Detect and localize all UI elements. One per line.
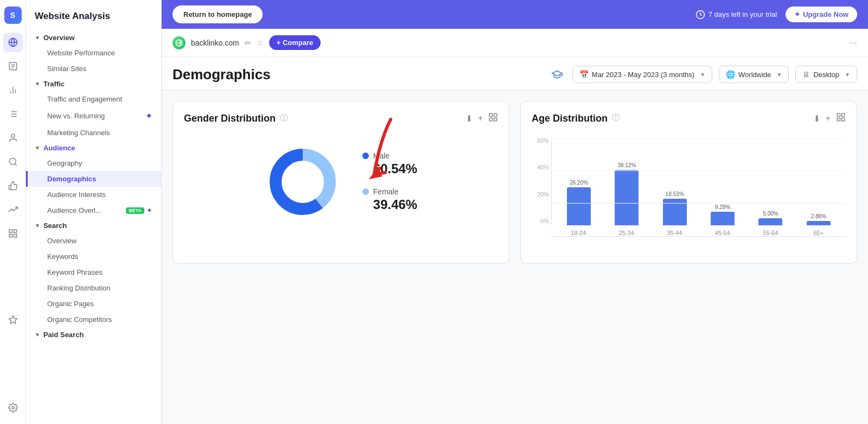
age-download-icon[interactable]: ⬇ xyxy=(813,113,820,124)
rail-icon-trend[interactable] xyxy=(3,200,23,219)
nav-item-traffic-engagement[interactable]: Traffic and Engagement xyxy=(26,91,161,107)
return-button[interactable]: Return to homepage xyxy=(173,5,263,23)
region-selector[interactable]: 🌐 Worldwide ▼ xyxy=(719,66,789,83)
nav-item-organic-pages[interactable]: Organic Pages xyxy=(26,296,161,312)
age-add-icon[interactable]: + xyxy=(826,113,831,123)
donut-svg xyxy=(265,144,341,220)
nav-section-overview[interactable]: ▼ Overview xyxy=(26,30,161,45)
chevron-audience: ▼ xyxy=(35,145,40,151)
age-bar-group: 26.20% xyxy=(556,138,602,225)
age-bars-wrapper: 26.20%38.12%18.53%9.29%5.00%2.86% 18-242… xyxy=(551,138,846,236)
age-bar xyxy=(758,218,782,225)
app-logo: S xyxy=(4,7,22,24)
gender-distribution-card: Gender Distribution ⓘ ⬇ + xyxy=(173,101,509,264)
age-chart: 60% 40% 20% 0% 26.20%38.12% xyxy=(532,133,846,252)
content-area: backlinko.com ✏ ☆ + Compare ··· Demograp… xyxy=(162,29,868,424)
compare-button[interactable]: + Compare xyxy=(269,35,321,50)
male-dot xyxy=(362,153,369,159)
trial-text: 7 days left in your trial xyxy=(695,10,777,20)
desktop-icon: 🖥 xyxy=(802,70,810,79)
gender-download-icon[interactable]: ⬇ xyxy=(465,113,473,124)
date-range-selector[interactable]: 📅 Mar 2023 - May 2023 (3 months) ▼ xyxy=(572,66,712,83)
nav-item-keyword-phrases[interactable]: Keyword Phrases xyxy=(26,264,161,280)
domain-favicon xyxy=(173,36,186,49)
upgrade-button[interactable]: ✦ Upgrade Now xyxy=(786,7,857,22)
age-card-header: Age Distribution ⓘ ⬇ + xyxy=(532,112,846,124)
rail-icon-thumbs[interactable] xyxy=(3,176,23,195)
nav-item-audience-interests[interactable]: Audience Interests xyxy=(26,187,161,202)
nav-item-demographics[interactable]: Demographics xyxy=(26,171,161,187)
gender-info-icon[interactable]: ⓘ xyxy=(280,113,288,123)
gender-legend-female: Female 39.46% xyxy=(362,187,417,212)
male-label: Male xyxy=(362,151,417,160)
rail-icon-sparkle[interactable] xyxy=(3,310,23,330)
rail-icon-grid[interactable] xyxy=(3,224,23,243)
age-bar-group: 9.29% xyxy=(700,138,745,225)
svg-marker-22 xyxy=(9,315,17,323)
nav-item-ranking-distribution[interactable]: Ranking Distribution xyxy=(26,280,161,296)
nav-section-search[interactable]: ▼ Search xyxy=(26,218,161,233)
svg-line-17 xyxy=(15,163,16,165)
graduation-cap-icon[interactable] xyxy=(548,66,566,83)
nav-item-audience-overlap[interactable]: Audience Overl... BETA ✦ xyxy=(26,202,161,218)
nav-section-audience[interactable]: ▼ Audience xyxy=(26,141,161,155)
svg-point-23 xyxy=(11,407,14,409)
gender-content: Male 60.54% Female 39.46% xyxy=(184,133,498,231)
calendar-icon: 📅 xyxy=(579,70,589,79)
rail-icon-globe[interactable] xyxy=(3,33,23,52)
rail-icon-chart[interactable] xyxy=(3,80,23,100)
new-badge-overlap: ✦ xyxy=(146,206,152,214)
svg-rect-21 xyxy=(9,235,12,237)
chevron-overview: ▼ xyxy=(35,35,40,41)
nav-item-website-performance[interactable]: Website Performance xyxy=(26,45,161,61)
svg-rect-18 xyxy=(9,230,12,232)
rail-icon-doc[interactable] xyxy=(3,56,23,76)
female-value: 39.46% xyxy=(362,197,417,212)
page-title: Demographics xyxy=(173,66,271,83)
nav-item-similar-sites[interactable]: Similar Sites xyxy=(26,61,161,77)
age-info-icon[interactable]: ⓘ xyxy=(612,113,620,123)
rail-icon-person[interactable] xyxy=(3,128,23,148)
gender-card-title: Gender Distribution ⓘ xyxy=(184,113,288,124)
age-card-title: Age Distribution ⓘ xyxy=(532,113,620,124)
age-bar-group: 2.86% xyxy=(796,138,841,225)
svg-rect-29 xyxy=(494,118,497,121)
more-options-button[interactable]: ··· xyxy=(849,37,857,48)
nav-item-marketing-channels[interactable]: Marketing Channels xyxy=(26,125,161,141)
nav-section-traffic[interactable]: ▼ Traffic xyxy=(26,77,161,91)
svg-rect-20 xyxy=(14,235,16,237)
rail-icon-list[interactable] xyxy=(3,104,23,124)
gender-widget-icon[interactable] xyxy=(488,112,498,124)
gender-add-icon[interactable]: + xyxy=(478,113,483,123)
female-dot xyxy=(362,188,369,195)
rail-icon-search[interactable] xyxy=(3,152,23,172)
svg-rect-36 xyxy=(842,118,845,121)
gender-card-header: Gender Distribution ⓘ ⬇ + xyxy=(184,112,498,124)
nav-item-new-returning[interactable]: New vs. Returning ✦ xyxy=(26,107,161,125)
beta-badge: BETA xyxy=(126,207,144,214)
nav-item-keywords[interactable]: Keywords xyxy=(26,249,161,264)
age-bar-group: 38.12% xyxy=(604,138,649,225)
left-navigation: Website Analysis ▼ Overview Website Perf… xyxy=(26,0,162,424)
age-bar-group: 5.00% xyxy=(748,138,793,225)
gender-legend: Male 60.54% Female 39.46% xyxy=(362,151,417,212)
icon-rail: S xyxy=(0,0,26,424)
age-bar xyxy=(567,187,591,225)
svg-rect-30 xyxy=(489,118,492,121)
age-widget-icon[interactable] xyxy=(836,112,846,124)
svg-rect-19 xyxy=(14,230,16,232)
age-bar xyxy=(711,212,735,225)
nav-item-search-overview[interactable]: Overview xyxy=(26,233,161,249)
male-value: 60.54% xyxy=(362,161,417,176)
nav-item-geography[interactable]: Geography xyxy=(26,155,161,171)
domain-edit-icon[interactable]: ✏ xyxy=(245,39,251,47)
chevron-paid: ▼ xyxy=(35,332,40,338)
globe-icon: 🌐 xyxy=(726,70,735,79)
domain-star-icon[interactable]: ☆ xyxy=(257,39,264,47)
nav-section-paid[interactable]: ▼ Paid Search xyxy=(26,327,161,342)
rail-icon-gear[interactable] xyxy=(3,398,23,417)
nav-item-organic-competitors[interactable]: Organic Competitors xyxy=(26,312,161,327)
gender-legend-male: Male 60.54% xyxy=(362,151,417,176)
device-selector[interactable]: 🖥 Desktop ▼ xyxy=(795,66,857,83)
page-header: Demographics 📅 Mar 2023 - May 2023 (3 mo… xyxy=(162,57,868,90)
